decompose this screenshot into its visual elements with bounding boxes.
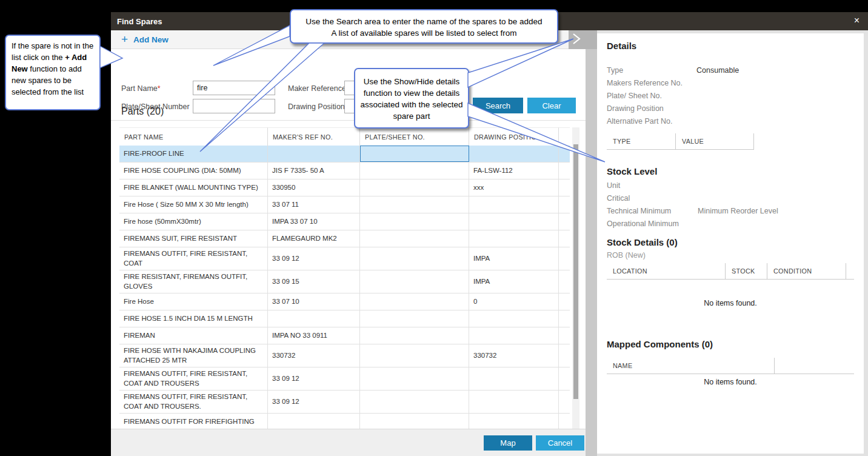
table-cell: [360, 293, 469, 310]
attr-column-type: TYPE: [607, 133, 676, 149]
details-card: Details TypeConsumable Makers Reference …: [597, 33, 864, 159]
column-header-drawing-position[interactable]: DRAWING POSITION: [469, 127, 559, 146]
table-cell: FIRE HOSE 1.5 INCH DIA 15 M LENGTH: [119, 310, 268, 327]
table-row[interactable]: FIREMANS OUTFIT, FIRE RESISTANT, COAT33 …: [119, 247, 570, 270]
table-row[interactable]: FIRE HOSE 1.5 INCH DIA 15 M LENGTH: [119, 310, 570, 327]
clear-button[interactable]: Clear: [527, 98, 576, 113]
column-header-filler: [559, 127, 570, 146]
table-cell: [559, 310, 570, 327]
table-cell: 33 09 12: [268, 247, 360, 270]
stock-level-card: Stock Level Unit Critical Technical Mini…: [597, 159, 864, 230]
table-row[interactable]: FIRE HOSE WITH NAKAJIMA COUPLING ATTACHE…: [119, 344, 570, 367]
table-row[interactable]: Fire Hose ( Size 50 MM X 30 Mtr length)3…: [119, 196, 570, 213]
parts-heading: Parts (20): [121, 106, 164, 117]
map-button[interactable]: Map: [484, 435, 532, 451]
table-row[interactable]: FIRE HOSE COUPLING (DIA: 50MM)JIS F 7335…: [119, 163, 570, 179]
mapped-components-card: Mapped Components (0) NAME No items foun…: [597, 332, 864, 454]
table-cell: xxx: [469, 179, 559, 196]
table-cell: FA-LSW-112: [469, 163, 559, 179]
table-cell: JIS F 7335- 50 A: [268, 163, 360, 179]
table-cell: [360, 196, 469, 213]
table-cell: [559, 270, 570, 293]
scrollbar-thumb[interactable]: [573, 144, 578, 399]
search-area-callout: Use the Search area to enter the name of…: [290, 9, 558, 44]
mapped-components-title: Mapped Components (0): [607, 339, 854, 349]
table-cell: [559, 414, 570, 429]
table-cell: [360, 414, 469, 429]
maker-reference-label: Maker Reference: [288, 84, 346, 93]
stock-details-empty-text: No items found.: [607, 299, 854, 307]
stock-details-title: Stock Details (0): [607, 237, 854, 247]
table-cell: [559, 293, 570, 310]
table-cell: [559, 230, 570, 247]
table-row[interactable]: Fire Hose33 07 100: [119, 293, 570, 310]
table-cell: [360, 146, 469, 162]
table-cell: [559, 196, 570, 213]
add-new-button[interactable]: Add New: [133, 35, 169, 44]
table-cell: [268, 414, 360, 429]
table-cell: [360, 247, 469, 270]
show-hide-callout-text: Use the Show/Hide details function to vi…: [361, 77, 463, 121]
table-row[interactable]: FIREMANS OUTFIT, FIRE RESISTANT, COAT AN…: [119, 391, 570, 414]
table-cell: FIREMANS OUTFIT, FIRE RESISTANT, COAT AN…: [119, 367, 268, 390]
table-cell: IMPA: [469, 247, 559, 270]
table-cell: [360, 327, 469, 344]
plus-icon: +: [121, 34, 128, 45]
screen: Find Spares × + Add New Part Name* Maker…: [0, 0, 868, 456]
table-cell: [469, 310, 559, 327]
column-header-makers-ref[interactable]: MAKER'S REF NO.: [268, 127, 360, 146]
cancel-button[interactable]: Cancel: [536, 435, 584, 451]
table-scrollbar[interactable]: [572, 127, 579, 429]
find-spares-dialog: Find Spares × + Add New Part Name* Maker…: [111, 12, 868, 456]
part-name-input[interactable]: [193, 81, 275, 95]
minimum-reorder-level-label: Minimum Reorder Level: [698, 205, 854, 218]
table-row[interactable]: FIRE-PROOF LINE: [119, 146, 570, 163]
table-cell: IMPA NO 33 0911: [268, 327, 360, 344]
required-asterisk: *: [158, 84, 161, 93]
table-cell: FIRE-PROOF LINE: [119, 146, 268, 162]
table-cell: 33 09 12: [268, 391, 360, 413]
table-cell: 33 07 11: [268, 196, 360, 213]
table-row[interactable]: FIREMANIMPA NO 33 0911: [119, 327, 570, 344]
table-cell: IMPA 33 07 10: [268, 213, 360, 230]
dialog-title: Find Spares: [111, 17, 162, 26]
table-cell: 330732: [268, 344, 360, 367]
table-row[interactable]: FIRE RESISTANT, FIREMANS OUTFIT, GLOVES3…: [119, 270, 570, 293]
main-panel: + Add New Part Name* Maker Reference Pla…: [111, 30, 586, 456]
stock-level-title: Stock Level: [607, 166, 854, 176]
table-row[interactable]: FIREMANS SUIT, FIRE RESISTANTFLAMEGAURD …: [119, 230, 570, 247]
table-cell: [469, 146, 559, 162]
table-cell: [469, 391, 559, 413]
search-button[interactable]: Search: [473, 98, 523, 113]
column-header-part-name[interactable]: PART NAME: [119, 127, 268, 146]
table-row[interactable]: FIREMANS OUTFIT FOR FIREFIGHTING: [119, 414, 570, 429]
close-icon[interactable]: ×: [854, 16, 860, 25]
table-cell: Fire Hose ( Size 50 MM X 30 Mtr length): [119, 196, 268, 213]
parts-table: PART NAME MAKER'S REF NO. PLATE/SHEET NO…: [119, 127, 570, 429]
drawing-position-label: Drawing Position: [288, 102, 345, 111]
table-cell: [268, 310, 360, 327]
details-toggle-strip: [586, 30, 597, 456]
table-cell: [469, 327, 559, 344]
table-cell: [360, 213, 469, 230]
table-row[interactable]: FIRE BLANKET (WALL MOUNTING TYPE)330950x…: [119, 179, 570, 196]
search-callout-line1: Use the Search area to enter the name of…: [291, 16, 557, 27]
technical-minimum-label: Technical Minimum: [607, 205, 698, 218]
table-cell: Fire hose (50mmX30mtr): [119, 213, 268, 230]
details-title: Details: [607, 41, 854, 51]
table-cell: [559, 344, 570, 367]
table-row[interactable]: FIREMANS OUTFIT, FIRE RESISTANT, COAT AN…: [119, 367, 570, 391]
table-cell: FIRE HOSE WITH NAKAJIMA COUPLING ATTACHE…: [119, 344, 268, 367]
makers-reference-no-label: Makers Reference No.: [607, 77, 696, 90]
table-cell: [559, 247, 570, 270]
table-cell: [559, 146, 570, 162]
plate-sheet-no-label: Plate/ Sheet No.: [607, 90, 696, 102]
column-header-plate-sheet[interactable]: PLATE/SHEET NO.: [360, 127, 469, 146]
table-cell: [360, 310, 469, 327]
stock-column-condition: CONDITION: [767, 263, 846, 279]
table-cell: FLAMEGAURD MK2: [268, 230, 360, 247]
table-row[interactable]: Fire hose (50mmX30mtr)IMPA 33 07 10: [119, 213, 570, 230]
plate-sheet-number-input[interactable]: [193, 99, 275, 113]
stock-column-location: LOCATION: [607, 263, 726, 279]
table-cell: [559, 327, 570, 344]
